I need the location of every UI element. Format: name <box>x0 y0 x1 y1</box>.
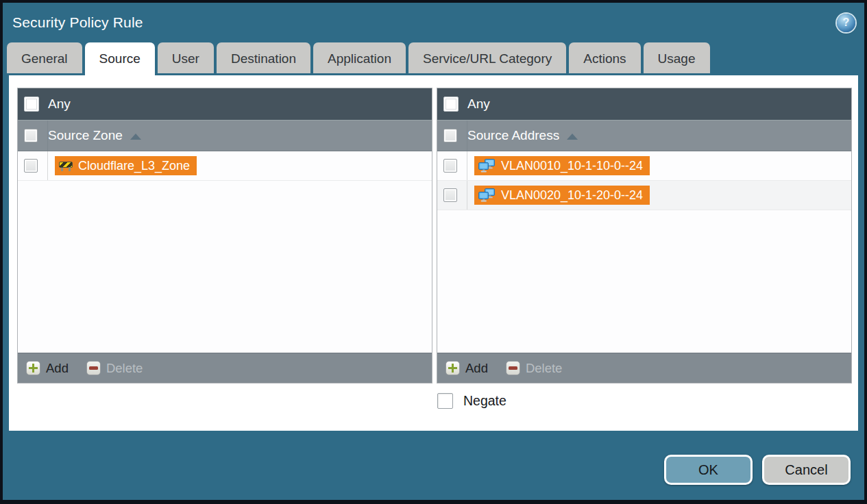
dialog-titlebar: Security Policy Rule ? <box>3 3 864 42</box>
dialog-title: Security Policy Rule <box>12 14 143 31</box>
plus-icon <box>445 361 460 375</box>
ok-button[interactable]: OK <box>664 455 753 485</box>
source-address-column-header[interactable]: Source Address <box>437 120 851 151</box>
source-address-add-button[interactable]: Add <box>445 361 488 376</box>
add-button-label: Add <box>46 361 69 376</box>
dialog-footer: OK Cancel <box>664 455 851 485</box>
sort-asc-arrow <box>130 134 141 140</box>
tab-user[interactable]: User <box>158 42 214 73</box>
negate-row: Negate <box>17 393 852 409</box>
source-zone-toolbar: Add Delete <box>18 353 432 383</box>
source-zone-any-checkbox[interactable] <box>24 97 39 112</box>
minus-icon <box>506 361 520 375</box>
add-button-label: Add <box>465 361 488 376</box>
tab-general[interactable]: General <box>7 42 82 73</box>
cancel-button[interactable]: Cancel <box>762 455 851 485</box>
zone-chip[interactable]: Cloudflare_L3_Zone <box>55 156 197 175</box>
source-address-row[interactable]: VLAN0010_10-1-10-0--24 <box>437 151 851 181</box>
source-zone-any-header: Any <box>18 88 432 120</box>
tab-application[interactable]: Application <box>313 42 406 73</box>
source-zone-add-button[interactable]: Add <box>26 361 69 376</box>
tab-usage[interactable]: Usage <box>644 42 710 73</box>
address-chip[interactable]: VLAN0010_10-1-10-0--24 <box>474 156 650 175</box>
delete-button-label: Delete <box>526 361 562 376</box>
source-address-column-label: Source Address <box>467 128 559 143</box>
help-icon[interactable]: ? <box>837 14 855 32</box>
tab-actions[interactable]: Actions <box>569 42 640 73</box>
address-chip-label: VLAN0010_10-1-10-0--24 <box>501 159 643 173</box>
address-chip-label: VLAN0020_10-1-20-0--24 <box>501 188 643 203</box>
source-address-panel: Any Source Address <box>437 88 852 383</box>
address-chip[interactable]: VLAN0020_10-1-20-0--24 <box>474 186 650 205</box>
tab-destination[interactable]: Destination <box>217 42 310 73</box>
source-address-any-checkbox[interactable] <box>443 97 459 112</box>
zone-icon <box>59 161 73 171</box>
source-address-any-header: Any <box>437 88 851 120</box>
negate-checkbox[interactable] <box>437 393 453 409</box>
minus-icon <box>86 361 101 375</box>
security-policy-rule-dialog: { "window": { "title": "Security Policy … <box>0 0 867 504</box>
tab-service-url-category[interactable]: Service/URL Category <box>408 42 566 73</box>
source-zone-column-header[interactable]: Source Zone <box>18 120 432 151</box>
source-zone-delete-button[interactable]: Delete <box>86 361 143 376</box>
source-zone-select-all-checkbox[interactable] <box>24 129 38 142</box>
delete-button-label: Delete <box>106 361 143 376</box>
source-address-row-checkbox[interactable] <box>443 188 457 202</box>
source-address-select-all-checkbox[interactable] <box>443 129 457 142</box>
source-address-toolbar: Add Delete <box>437 353 851 383</box>
source-tab-content: Any Source Zone Cloudflare_L3_Zone <box>9 75 858 431</box>
plus-icon <box>26 361 40 375</box>
source-zone-row-checkbox[interactable] <box>24 159 38 173</box>
source-zone-any-label: Any <box>48 97 71 112</box>
address-icon <box>478 188 496 203</box>
tab-source[interactable]: Source <box>85 42 155 75</box>
source-zone-list: Cloudflare_L3_Zone <box>18 151 432 353</box>
source-zone-panel: Any Source Zone Cloudflare_L3_Zone <box>17 88 432 383</box>
address-icon <box>478 159 496 173</box>
negate-label: Negate <box>463 393 506 409</box>
source-address-row-checkbox[interactable] <box>443 159 457 173</box>
source-zone-row[interactable]: Cloudflare_L3_Zone <box>18 151 432 181</box>
source-address-row[interactable]: VLAN0020_10-1-20-0--24 <box>437 181 851 210</box>
source-address-list: VLAN0010_10-1-10-0--24 <box>437 151 851 353</box>
source-address-any-label: Any <box>467 97 490 112</box>
tab-bar: General Source User Destination Applicat… <box>7 42 864 75</box>
source-zone-column-label: Source Zone <box>48 128 123 143</box>
sort-asc-arrow <box>567 134 578 140</box>
source-address-delete-button[interactable]: Delete <box>506 361 562 376</box>
zone-chip-label: Cloudflare_L3_Zone <box>78 159 190 173</box>
